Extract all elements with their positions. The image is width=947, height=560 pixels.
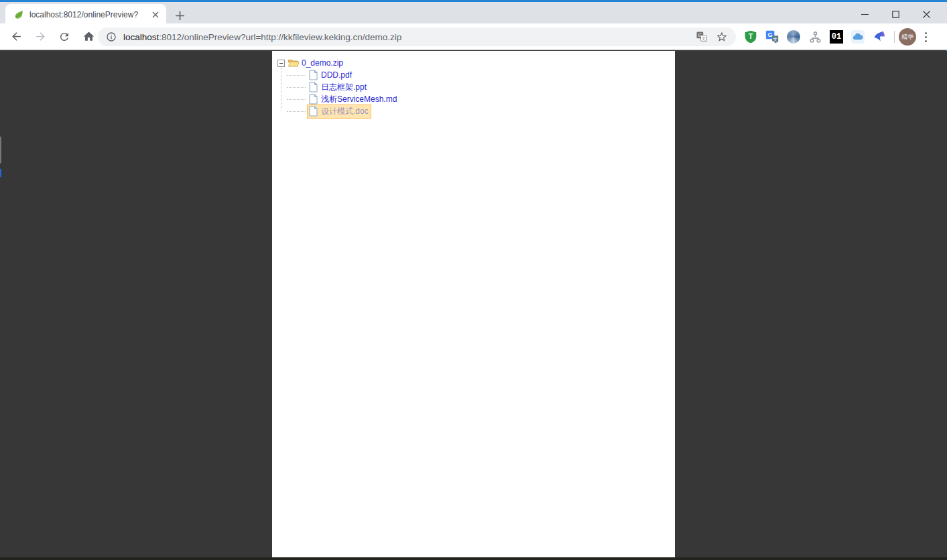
tree-root-row: 0_demo.zip [277, 57, 675, 69]
forward-icon[interactable] [32, 29, 48, 45]
minimize-button[interactable] [849, 4, 880, 24]
collapse-minus-icon[interactable] [277, 60, 285, 67]
new-tab-button[interactable] [173, 9, 186, 22]
tree-node-row: 浅析ServiceMesh.md [277, 93, 675, 105]
svg-text:文: 文 [702, 36, 706, 41]
page-info-icon[interactable] [106, 31, 117, 42]
back-icon[interactable] [8, 29, 24, 45]
tree-node-row: 日志框架.ppt [277, 81, 675, 93]
zip-preview-panel: 0_demo.zip DDD.pdf [272, 51, 675, 558]
home-icon[interactable] [80, 29, 97, 45]
toolbar-separator [894, 31, 895, 43]
file-icon [308, 94, 319, 104]
close-button[interactable] [911, 4, 942, 24]
tree-node-selected[interactable]: 设计模式.doc [307, 104, 371, 119]
tab-title: localhost:8012/onlinePreview? [29, 10, 149, 19]
zero-one-extension-icon[interactable]: 01 [829, 29, 844, 44]
address-bar[interactable]: localhost:8012/onlinePreview?url=http://… [98, 27, 736, 46]
file-tree: 0_demo.zip DDD.pdf [272, 51, 675, 117]
spring-leaf-favicon-icon [13, 9, 24, 20]
translate-extension-icon[interactable]: G 文 [765, 29, 779, 44]
tree-node-row-selected: 设计模式.doc [277, 105, 675, 117]
file-icon [308, 82, 319, 92]
bottom-screen-edge [0, 557, 947, 560]
browser-window: localhost:8012/onlinePreview? [0, 0, 947, 560]
sitemap-extension-icon[interactable] [808, 29, 822, 44]
url-host: localhost [123, 32, 159, 42]
translate-page-icon[interactable]: G 文 [694, 29, 709, 44]
svg-text:G: G [768, 31, 773, 38]
file-icon [308, 106, 319, 117]
open-folder-icon[interactable] [288, 57, 300, 69]
reload-icon[interactable] [56, 29, 72, 45]
tree-node-row: DDD.pdf [277, 69, 675, 81]
file-icon [308, 70, 319, 80]
svg-text:T: T [749, 32, 753, 40]
url-path: :8012/onlinePreview?url=http://kkfilevie… [159, 32, 401, 42]
chrome-menu-icon[interactable] [919, 29, 932, 45]
profile-avatar[interactable]: 精华 [899, 28, 916, 46]
tab-online-preview[interactable]: localhost:8012/onlinePreview? [5, 4, 166, 25]
swirl-circle-extension-icon[interactable] [786, 29, 801, 44]
url-text[interactable]: localhost:8012/onlinePreview?url=http://… [123, 32, 689, 42]
tree-root-label[interactable]: 0_demo.zip [302, 58, 343, 68]
cloud-extension-icon[interactable] [850, 29, 865, 44]
bird-extension-icon[interactable] [872, 29, 887, 44]
left-edge-artifact-blue [0, 169, 1, 177]
left-edge-artifact [0, 137, 1, 163]
shield-extension-icon[interactable]: T [743, 29, 758, 44]
svg-text:文: 文 [773, 37, 777, 42]
window-controls [849, 4, 942, 24]
bookmark-star-icon[interactable] [714, 29, 729, 44]
tab-strip: localhost:8012/onlinePreview? [0, 2, 947, 23]
maximize-button[interactable] [880, 4, 911, 24]
page-content: 0_demo.zip DDD.pdf [0, 51, 947, 560]
tab-close-icon[interactable] [149, 9, 161, 21]
extensions-area: T G 文 01 [740, 27, 932, 46]
